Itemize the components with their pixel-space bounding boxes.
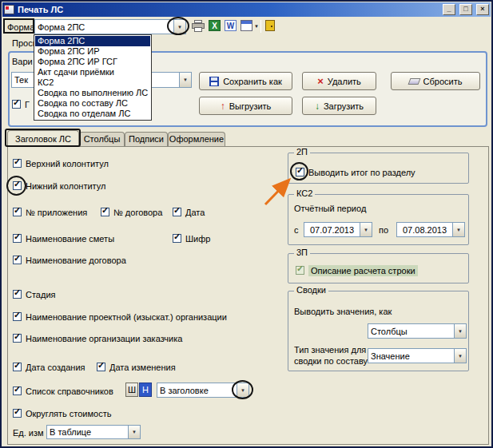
tab-columns[interactable]: Столбцы xyxy=(79,132,125,146)
reference-position-value: В заголовке xyxy=(157,383,237,397)
checkbox-label: Наименование договора xyxy=(26,256,126,265)
unit-label: Ед. изм xyxy=(13,428,44,438)
form-combobox-arrow-icon[interactable] xyxy=(173,20,185,34)
checkbox-attachment-number[interactable]: № приложения xyxy=(13,207,87,217)
checkbox-label: Нижний колонтитул xyxy=(26,181,105,191)
checkbox-box xyxy=(13,208,22,216)
variant-combobox-arrow-icon[interactable] xyxy=(179,73,191,87)
word-export-button[interactable]: W xyxy=(225,20,237,31)
form-dropdown-item[interactable]: Акт сдачи приёмки xyxy=(35,67,150,77)
form-combobox[interactable]: Форма 2ПС xyxy=(34,19,186,34)
print-button[interactable] xyxy=(192,20,205,32)
values-as-value: Столбцы xyxy=(368,324,454,338)
exit-button[interactable] xyxy=(265,20,275,31)
group-3p-title: 3П xyxy=(294,248,310,257)
checkbox-design-org-name[interactable]: Наименование проектной (изыскат.) органи… xyxy=(13,311,227,322)
group-svodki-title: Сводки xyxy=(294,285,328,295)
checkbox-creation-date[interactable]: Дата создания xyxy=(13,362,85,372)
date-to-value: 07.08.2013 xyxy=(397,223,452,236)
type-label-line1: Тип значения для xyxy=(294,345,366,355)
checkbox-section-total[interactable]: Выводить итог по разделу xyxy=(296,167,415,177)
checkbox-box xyxy=(13,387,22,395)
form-dropdown-item[interactable]: Форма 2ПС ИР ГСГ xyxy=(35,57,150,67)
cipher-toggle-button[interactable]: Ш xyxy=(125,383,138,397)
form-dropdown-item[interactable]: Сводка по составу ЛС xyxy=(35,98,150,109)
date-from-arrow-icon[interactable] xyxy=(360,223,372,236)
form-dropdown-list: Форма 2ПС Форма 2ПС ИР Форма 2ПС ИР ГСГ … xyxy=(34,34,152,121)
report-dropdown-caret-icon[interactable]: ▼ xyxy=(254,24,259,29)
checkbox-label: № приложения xyxy=(26,208,87,217)
checkbox-box xyxy=(173,234,181,243)
export-arrow-icon: ↑ xyxy=(221,101,225,111)
reset-button[interactable]: Сбросить xyxy=(391,72,480,90)
export-button[interactable]: ↑ Выгрузить xyxy=(199,97,292,115)
form-combobox-value: Форма 2ПС xyxy=(35,20,173,34)
values-as-combobox[interactable]: Столбцы xyxy=(368,323,467,339)
checkbox-stage[interactable]: Стадия xyxy=(13,289,56,299)
exit-door-icon xyxy=(265,20,275,31)
checkbox-label: Наименование сметы xyxy=(26,234,114,244)
type-value-combobox[interactable]: Значение xyxy=(368,348,467,363)
reference-position-arrow-icon[interactable] xyxy=(237,383,248,397)
type-value: Значение xyxy=(368,349,454,363)
date-to-arrow-icon[interactable] xyxy=(452,223,464,236)
title-bar: Печать ЛС _ □ × xyxy=(2,2,491,17)
checkbox-contract-name[interactable]: Наименование договора xyxy=(13,255,126,265)
checkbox-modify-date[interactable]: Дата изменения xyxy=(97,362,176,372)
checkbox-estimate-name[interactable]: Наименование сметы xyxy=(13,233,114,244)
checkbox-header-bottom[interactable]: Нижний колонтитул xyxy=(13,180,105,191)
excel-export-button[interactable]: X xyxy=(209,20,221,31)
checkbox-customer-org-name[interactable]: Наименование организации заказчика xyxy=(13,333,182,343)
save-as-button[interactable]: Сохранить как xyxy=(199,72,292,90)
checkbox-label: Г xyxy=(25,100,30,109)
checkbox-label: Выводить итог по разделу xyxy=(308,168,415,177)
checkbox-box xyxy=(13,181,22,190)
checkbox-row-calc-description[interactable]: Описание расчета строки xyxy=(296,265,418,276)
preview-label: Проск xyxy=(12,38,36,48)
checkbox-label: № договора xyxy=(113,208,162,217)
form-menu-button[interactable]: Форма xyxy=(7,22,34,32)
checkbox-contract-number[interactable]: № договора xyxy=(101,207,162,217)
checkbox-box xyxy=(173,208,181,216)
checkbox-header-top[interactable]: Верхний колонтитул xyxy=(13,158,109,168)
close-button[interactable]: × xyxy=(476,4,489,15)
report-icon xyxy=(241,20,252,31)
tab-appearance[interactable]: Оформление xyxy=(168,132,225,146)
date-to-combobox[interactable]: 07.08.2013 xyxy=(396,222,465,237)
form-dropdown-item[interactable]: Сводка по отделам ЛС xyxy=(35,109,150,119)
form-dropdown-item[interactable]: Сводка по выполнению ЛС xyxy=(35,88,150,98)
form-dropdown-item[interactable]: Форма 2ПС xyxy=(35,36,150,46)
checkbox-cipher[interactable]: Шифр xyxy=(173,233,210,244)
minimize-button[interactable]: _ xyxy=(443,4,455,15)
name-toggle-button[interactable]: Н xyxy=(139,383,152,397)
checkbox-label: Наименование организации заказчика xyxy=(26,334,182,343)
form-dropdown-item[interactable]: КС2 xyxy=(35,77,150,88)
word-icon: W xyxy=(225,20,237,31)
grif-checkbox[interactable]: Г xyxy=(12,99,30,109)
values-as-arrow-icon[interactable] xyxy=(454,324,466,338)
load-button[interactable]: ↓ Загрузить xyxy=(302,97,376,115)
checkbox-label: Наименование проектной (изыскат.) органи… xyxy=(26,312,227,322)
delete-button[interactable]: × Удалить xyxy=(302,72,376,90)
printer-icon xyxy=(192,20,205,32)
date-from-value: 07.07.2013 xyxy=(304,223,360,236)
type-value-arrow-icon[interactable] xyxy=(454,349,466,363)
unit-combobox-arrow-icon[interactable] xyxy=(128,426,140,438)
export-label: Выгрузить xyxy=(229,101,272,111)
unit-combobox[interactable]: В таблице xyxy=(46,425,141,439)
checkbox-round-cost[interactable]: Округлять стоимость xyxy=(13,408,111,418)
reference-position-combobox[interactable]: В заголовке xyxy=(157,383,249,398)
tab-header-ls[interactable]: Заголовок ЛС xyxy=(7,130,79,146)
unit-value: В таблице xyxy=(47,426,128,438)
report-button[interactable] xyxy=(241,20,252,31)
checkbox-reference-list[interactable]: Список справочников xyxy=(13,386,113,396)
form-dropdown-item[interactable]: Форма 2ПС ИР xyxy=(35,46,150,57)
date-from-combobox[interactable]: 07.07.2013 xyxy=(304,222,372,237)
maximize-button[interactable]: □ xyxy=(459,4,472,15)
group-ks2-title: КС2 xyxy=(294,188,315,198)
tab-signatures[interactable]: Подписи xyxy=(125,132,168,146)
eraser-icon xyxy=(408,78,420,85)
values-as-label: Выводить значения, как xyxy=(294,307,392,316)
checkbox-date[interactable]: Дата xyxy=(173,207,205,217)
window-title: Печать ЛС xyxy=(18,5,439,14)
